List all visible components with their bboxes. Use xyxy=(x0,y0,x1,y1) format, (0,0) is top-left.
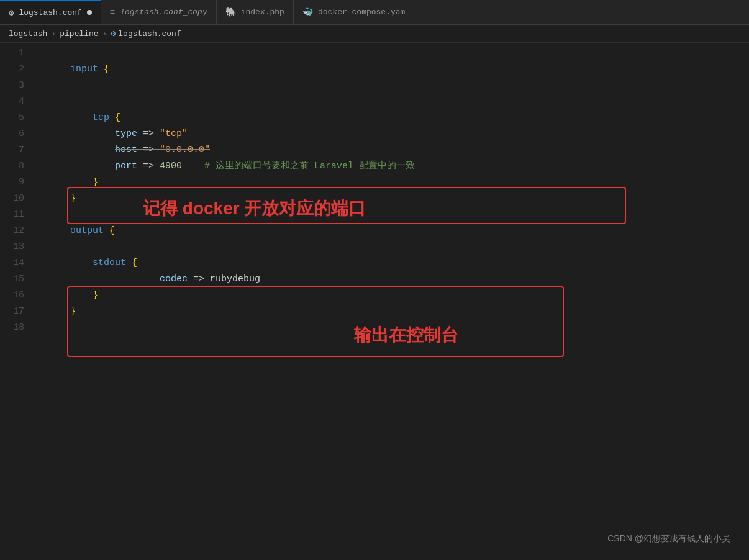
breadcrumb-icon: ⚙ xyxy=(111,29,116,38)
line-numbers: 1 2 3 4 5 6 7 8 9 10 11 12 13 14 15 16 1… xyxy=(0,43,34,557)
code-line-17 xyxy=(34,304,749,320)
breadcrumb: logstash › pipeline › ⚙ logstash.conf xyxy=(0,25,749,43)
code-line-4: tcp { xyxy=(34,94,749,110)
php-icon: 🐘 xyxy=(225,7,236,17)
breadcrumb-sep-1: › xyxy=(51,29,56,38)
ln-13: 13 xyxy=(0,239,34,255)
tab-logstash-conf-copy[interactable]: ≡ logstash.conf_copy xyxy=(101,0,217,24)
tab-logstash-conf[interactable]: ⚙ logstash.conf xyxy=(0,0,101,24)
ln-6: 6 xyxy=(0,126,34,142)
tab-logstash-conf-label: logstash.conf xyxy=(19,8,81,17)
tab-modified-dot xyxy=(87,10,92,15)
code-line-3 xyxy=(34,78,749,94)
ln-2: 2 xyxy=(0,61,34,78)
tab-bar: ⚙ logstash.conf ≡ logstash.conf_copy 🐘 i… xyxy=(0,0,749,25)
tab-logstash-conf-copy-label: logstash.conf_copy xyxy=(120,7,207,17)
code-line-16: } xyxy=(34,287,749,304)
ln-12: 12 xyxy=(0,223,34,239)
code-line-10 xyxy=(34,191,749,207)
ln-14: 14 xyxy=(0,255,34,271)
docker-icon: 🐳 xyxy=(302,7,313,17)
code-line-12 xyxy=(34,223,749,239)
code-line-1: input { xyxy=(34,45,749,61)
ln-9: 9 xyxy=(0,174,34,191)
breadcrumb-sep-2: › xyxy=(102,29,107,38)
code-line-2 xyxy=(34,61,749,78)
annotation-label-stdout: 输出在控制台 xyxy=(354,323,458,347)
ln-8: 8 xyxy=(0,158,34,174)
breadcrumb-part-file[interactable]: logstash.conf xyxy=(118,29,181,38)
code-line-13: stdout { xyxy=(34,239,749,255)
editor: 1 2 3 4 5 6 7 8 9 10 11 12 13 14 15 16 1… xyxy=(0,43,749,557)
ln-4: 4 xyxy=(0,94,34,110)
ln-3: 3 xyxy=(0,78,34,94)
ln-16: 16 xyxy=(0,287,34,304)
code-line-14: codec => rubydebug xyxy=(34,255,749,271)
watermark: CSDN @幻想变成有钱人的小吴 xyxy=(607,533,730,544)
ln-5: 5 xyxy=(0,110,34,126)
code-line-5: type => "tcp" xyxy=(34,110,749,126)
tab-docker-compose[interactable]: 🐳 docker-compose.yam xyxy=(294,0,414,24)
code-area[interactable]: input { tcp { type => "tcp" host => "0.0… xyxy=(34,43,749,557)
ln-18: 18 xyxy=(0,320,34,336)
breadcrumb-part-pipeline[interactable]: pipeline xyxy=(60,29,98,38)
ln-10: 10 xyxy=(0,191,34,207)
ln-1: 1 xyxy=(0,45,34,61)
code-line-9: } xyxy=(34,174,749,191)
tab-docker-compose-label: docker-compose.yam xyxy=(318,7,405,17)
breadcrumb-part-logstash[interactable]: logstash xyxy=(9,29,47,38)
code-line-11: output { xyxy=(34,207,749,223)
tab-index-php-label: index.php xyxy=(241,7,284,17)
ln-17: 17 xyxy=(0,304,34,320)
annotation-label-port: 记得 docker 开放对应的端口 xyxy=(143,197,366,220)
ln-7: 7 xyxy=(0,142,34,158)
logstash-copy-icon: ≡ xyxy=(110,7,115,17)
ln-15: 15 xyxy=(0,271,34,287)
tab-index-php[interactable]: 🐘 index.php xyxy=(217,0,294,24)
ln-11: 11 xyxy=(0,207,34,223)
logstash-conf-icon: ⚙ xyxy=(9,7,14,18)
